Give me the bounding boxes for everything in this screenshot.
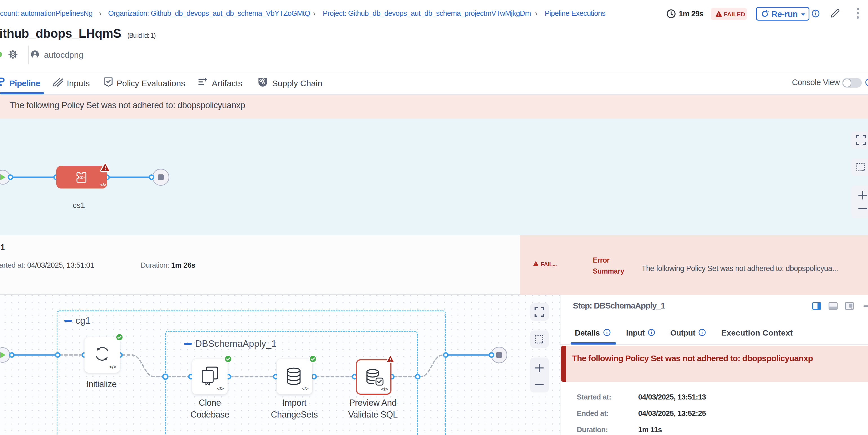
- svg-text:</>: </>: [79, 175, 85, 180]
